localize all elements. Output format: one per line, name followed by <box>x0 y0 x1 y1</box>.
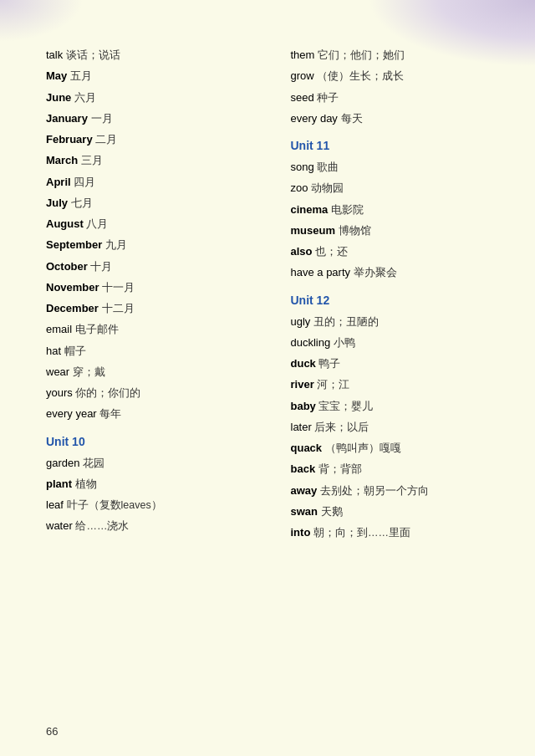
list-item: quack （鸭叫声）嘎嘎 <box>291 439 511 457</box>
page-number: 66 <box>46 725 58 738</box>
chinese-translation: 背；背部 <box>318 463 362 475</box>
list-item: April 四月 <box>46 173 266 192</box>
list-item: July 七月 <box>46 194 266 212</box>
english-word: museum <box>291 224 335 237</box>
english-word: March <box>46 154 78 166</box>
chinese-translation: 六月 <box>74 92 96 104</box>
chinese-translation: 叶子（复数leaves） <box>67 499 162 511</box>
list-item: email 电子邮件 <box>46 320 266 339</box>
list-item: every day 每天 <box>291 110 511 128</box>
chinese-translation: （鸭叫声）嘎嘎 <box>325 442 401 454</box>
chinese-translation: 花园 <box>83 457 104 469</box>
list-item: December 十二月 <box>46 299 266 318</box>
english-word: seed <box>291 91 314 104</box>
chinese-translation: 二月 <box>95 134 117 146</box>
chinese-translation: 电影院 <box>331 204 364 216</box>
english-word: water <box>46 519 73 532</box>
chinese-translation: 鸭子 <box>318 358 340 370</box>
list-item: away 去别处；朝另一个方向 <box>291 482 511 500</box>
chinese-translation: 后来；以后 <box>314 421 369 433</box>
english-word: June <box>46 91 71 104</box>
english-word: river <box>291 378 314 391</box>
list-item: November 十一月 <box>46 278 266 297</box>
list-item: talk 谈话；说话 <box>46 46 266 64</box>
english-word: ugly <box>291 315 311 328</box>
chinese-translation: 天鹅 <box>321 506 343 518</box>
english-word: email <box>46 323 72 335</box>
english-word: February <box>46 133 93 146</box>
english-word: also <box>291 245 313 258</box>
english-word: plant <box>46 478 72 490</box>
chinese-translation: 种子 <box>317 92 339 104</box>
chinese-translation: 四月 <box>74 176 95 188</box>
list-item: them 它们；他们；她们 <box>291 46 511 64</box>
english-word: cinema <box>291 203 329 216</box>
chinese-translation: 每天 <box>341 113 363 125</box>
list-item: swan 天鹅 <box>291 503 511 521</box>
english-word: every year <box>46 407 97 420</box>
chinese-translation: 朝；向；到……里面 <box>313 527 410 539</box>
english-word: talk <box>46 49 63 61</box>
english-word: November <box>46 281 99 294</box>
unit-10-header: Unit 10 <box>46 435 266 448</box>
list-item: May 五月 <box>46 67 266 85</box>
english-word: hat <box>46 345 61 357</box>
english-word: garden <box>46 457 79 469</box>
list-item: October 十月 <box>46 258 266 276</box>
chinese-translation: 七月 <box>71 197 93 209</box>
english-word: swan <box>291 505 318 518</box>
english-word: grow <box>291 69 314 82</box>
chinese-translation: 歌曲 <box>317 161 339 173</box>
chinese-translation: 三月 <box>81 155 103 166</box>
list-item: leaf 叶子（复数leaves） <box>46 496 266 514</box>
main-content: talk 谈话；说话 May 五月 June 六月 January 一月 Feb… <box>46 46 510 710</box>
list-item: also 也；还 <box>291 243 511 261</box>
english-word: duckling <box>291 336 331 349</box>
english-word: every day <box>291 112 338 125</box>
list-item: September 九月 <box>46 236 266 254</box>
chinese-translation: 植物 <box>75 478 97 490</box>
chinese-translation: 十月 <box>90 261 112 273</box>
chinese-translation: 十二月 <box>102 303 135 314</box>
chinese-translation: 八月 <box>86 218 108 230</box>
list-item: duckling 小鸭 <box>291 334 511 352</box>
list-item: wear 穿；戴 <box>46 363 266 381</box>
chinese-translation: 也；还 <box>315 246 348 258</box>
english-word: zoo <box>291 181 308 194</box>
list-item: June 六月 <box>46 89 266 107</box>
chinese-translation: 博物馆 <box>339 225 371 237</box>
list-item: March 三月 <box>46 151 266 170</box>
english-word: later <box>291 421 312 433</box>
list-item: hat 帽子 <box>46 342 266 360</box>
english-word: wear <box>46 365 69 378</box>
english-word: have a party <box>291 266 351 278</box>
english-word: April <box>46 176 71 188</box>
list-item: January 一月 <box>46 110 266 128</box>
english-word: September <box>46 238 102 251</box>
list-item: ugly 丑的；丑陋的 <box>291 313 511 331</box>
unit-12-header: Unit 12 <box>291 294 511 307</box>
list-item: have a party 举办聚会 <box>291 263 511 282</box>
chinese-translation: 九月 <box>105 239 127 251</box>
list-item: seed 种子 <box>291 89 511 107</box>
list-item: garden 花园 <box>46 454 266 472</box>
english-word: yours <box>46 386 73 399</box>
english-word: baby <box>291 400 316 412</box>
chinese-translation: 十一月 <box>102 282 135 294</box>
list-item: February 二月 <box>46 130 266 149</box>
english-word: August <box>46 217 84 230</box>
chinese-translation: 电子邮件 <box>75 324 119 335</box>
chinese-translation: 丑的；丑陋的 <box>313 316 379 328</box>
corner-decoration-left <box>0 0 84 42</box>
chinese-translation: 去别处；朝另一个方向 <box>320 485 429 497</box>
list-item: duck 鸭子 <box>291 355 511 373</box>
english-word: December <box>46 302 99 314</box>
chinese-translation: （使）生长；成长 <box>317 70 404 82</box>
list-item: cinema 电影院 <box>291 201 511 219</box>
list-item: August 八月 <box>46 215 266 233</box>
list-item: plant 植物 <box>46 475 266 493</box>
list-item: baby 宝宝；婴儿 <box>291 397 511 416</box>
chinese-translation: 小鸭 <box>334 337 355 349</box>
list-item: zoo 动物园 <box>291 179 511 197</box>
list-item: water 给……浇水 <box>46 517 266 535</box>
